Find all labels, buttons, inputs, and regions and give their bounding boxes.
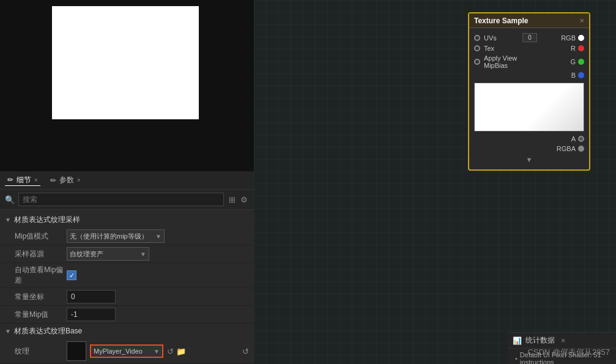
node-rgb-label: RGB — [537, 34, 576, 42]
right-panel: Texture Sample × UVs 0 RGB Tex R — [254, 0, 616, 364]
node-rgb-pin[interactable] — [578, 35, 584, 41]
texture-arrow: ▼ — [154, 348, 160, 355]
grid-view-button[interactable]: ⊞ — [228, 194, 237, 206]
tab-jijie-close[interactable]: × — [34, 177, 38, 184]
pencil-icon-2: ✏ — [50, 176, 56, 185]
node-b-label: B — [525, 72, 576, 79]
node-title-bar: Texture Sample × — [469, 13, 589, 28]
tab-canshu-label: 参数 — [59, 175, 74, 185]
node-preview-image — [474, 83, 584, 132]
node-expand-button[interactable]: ▼ — [469, 154, 589, 166]
sampler-arrow: ▼ — [140, 251, 146, 258]
texture-value: MyPlayer_Video ▼ ↺ 📁 — [67, 341, 240, 361]
search-bar: 🔍 ⊞ ⚙ — [0, 190, 254, 210]
sampler-text: 自纹理资产 — [70, 250, 103, 259]
node-rgba-pin[interactable] — [578, 146, 584, 152]
section-arrow-texture-base: ▼ — [5, 328, 11, 335]
node-uvs-badge[interactable]: 0 — [522, 33, 537, 42]
automip-value: ✓ — [67, 270, 249, 280]
prop-texture: 纹理 MyPlayer_Video ▼ ↺ 📁 ↺ — [0, 339, 254, 364]
node-uvs-pin[interactable] — [474, 35, 480, 41]
texture-browse-button[interactable]: ↺ — [167, 347, 174, 356]
texture-dropdown[interactable]: MyPlayer_Video ▼ — [90, 344, 163, 358]
stats-bullet: • — [515, 355, 518, 362]
node-close-button[interactable]: × — [579, 16, 584, 25]
const-uv-value — [67, 290, 249, 303]
prop-const-mip: 常量Mip值 — [0, 306, 254, 324]
search-actions: ⊞ ⚙ — [228, 194, 249, 206]
node-tex-pin[interactable] — [474, 45, 480, 51]
node-tex-label: Tex — [484, 45, 530, 52]
automip-checkbox[interactable]: ✓ — [67, 270, 76, 280]
node-r-label: R — [530, 45, 576, 52]
node-title: Texture Sample — [474, 17, 528, 25]
section-texture-sample-label: 材质表达式纹理采样 — [14, 215, 80, 225]
node-a-pin[interactable] — [578, 136, 584, 142]
properties-panel: ✏ 细节 × ✏ 参数 × 🔍 ⊞ ⚙ — [0, 171, 254, 364]
sampler-value: 自纹理资产 ▼ — [67, 247, 249, 261]
watermark: CSDN @何去何从2857 — [527, 347, 610, 358]
tab-canshu[interactable]: ✏ 参数 × — [48, 175, 83, 185]
node-uvs-row: UVs 0 RGB — [469, 32, 589, 43]
preview-area — [0, 0, 254, 171]
const-mip-label: 常量Mip值 — [15, 310, 67, 320]
mip-mode-text: 无（使用计算的mip等级） — [70, 232, 148, 241]
prop-const-uv: 常量坐标 — [0, 288, 254, 306]
node-b-row: B — [469, 70, 589, 80]
sampler-label: 采样器源 — [15, 249, 67, 259]
texture-thumbnail — [67, 341, 86, 361]
prop-automip: 自动查看Mip偏差 ✓ — [0, 263, 254, 288]
tab-canshu-close[interactable]: × — [77, 177, 81, 184]
node-a-row: A — [469, 134, 589, 144]
node-b-pin[interactable] — [578, 72, 584, 78]
const-uv-input[interactable] — [67, 290, 116, 303]
node-body: UVs 0 RGB Tex R Apply View MipBias G — [469, 28, 589, 169]
node-tex-row: Tex R — [469, 43, 589, 53]
stats-close-button[interactable]: × — [561, 336, 565, 345]
search-input[interactable] — [18, 193, 224, 206]
sampler-dropdown[interactable]: 自纹理资产 ▼ — [67, 247, 149, 261]
left-panel: ✏ 细节 × ✏ 参数 × 🔍 ⊞ ⚙ — [0, 0, 254, 364]
node-apply-label: Apply View MipBias — [484, 54, 530, 69]
texture-open-button[interactable]: 📁 — [176, 347, 186, 356]
node-g-pin[interactable] — [578, 59, 584, 65]
check-icon: ✓ — [69, 272, 75, 280]
charts-icon: 📊 — [513, 336, 522, 345]
texture-reset-button[interactable]: ↺ — [242, 347, 249, 356]
prop-sampler: 采样器源 自纹理资产 ▼ — [0, 245, 254, 263]
tab-jijie-label: 细节 — [17, 175, 31, 185]
section-texture-sample[interactable]: ▼ 材质表达式纹理采样 — [0, 212, 254, 228]
node-a-label: A — [525, 135, 576, 143]
node-rgba-row: RGBA — [469, 144, 589, 154]
node-uvs-label: UVs — [484, 34, 522, 42]
section-texture-base-label: 材质表达式纹理Base — [14, 326, 82, 336]
section-texture-base[interactable]: ▼ 材质表达式纹理Base — [0, 324, 254, 339]
node-g-label: G — [530, 58, 576, 65]
texture-actions: ↺ 📁 — [167, 347, 186, 356]
const-mip-input[interactable] — [67, 308, 116, 321]
node-apply-row: Apply View MipBias G — [469, 53, 589, 70]
tab-jijie[interactable]: ✏ 细节 × — [5, 175, 40, 186]
search-icon: 🔍 — [5, 195, 15, 204]
mip-mode-label: Mip值模式 — [15, 231, 67, 242]
texture-sample-node: Texture Sample × UVs 0 RGB Tex R — [468, 12, 590, 171]
node-r-pin[interactable] — [578, 45, 584, 51]
properties-content: ▼ 材质表达式纹理采样 Mip值模式 无（使用计算的mip等级） ▼ 采样器 — [0, 210, 254, 364]
stats-title: 统计数据 — [525, 335, 555, 346]
texture-name: MyPlayer_Video — [94, 347, 143, 355]
mip-mode-value: 无（使用计算的mip等级） ▼ — [67, 229, 249, 243]
const-uv-label: 常量坐标 — [15, 292, 67, 302]
preview-image — [52, 6, 199, 119]
settings-button[interactable]: ⚙ — [239, 194, 249, 206]
node-rgba-label: RGBA — [525, 145, 576, 152]
const-mip-value — [67, 308, 249, 321]
pencil-icon: ✏ — [7, 176, 13, 184]
mip-mode-arrow: ▼ — [155, 233, 161, 240]
prop-mip-mode: Mip值模式 无（使用计算的mip等级） ▼ — [0, 228, 254, 245]
mip-mode-dropdown[interactable]: 无（使用计算的mip等级） ▼ — [67, 229, 165, 243]
panel-tabs: ✏ 细节 × ✏ 参数 × — [0, 171, 254, 190]
automip-label: 自动查看Mip偏差 — [15, 265, 67, 286]
texture-label: 纹理 — [15, 346, 67, 357]
node-apply-pin[interactable] — [474, 59, 480, 65]
section-arrow-texture-sample: ▼ — [5, 217, 11, 223]
